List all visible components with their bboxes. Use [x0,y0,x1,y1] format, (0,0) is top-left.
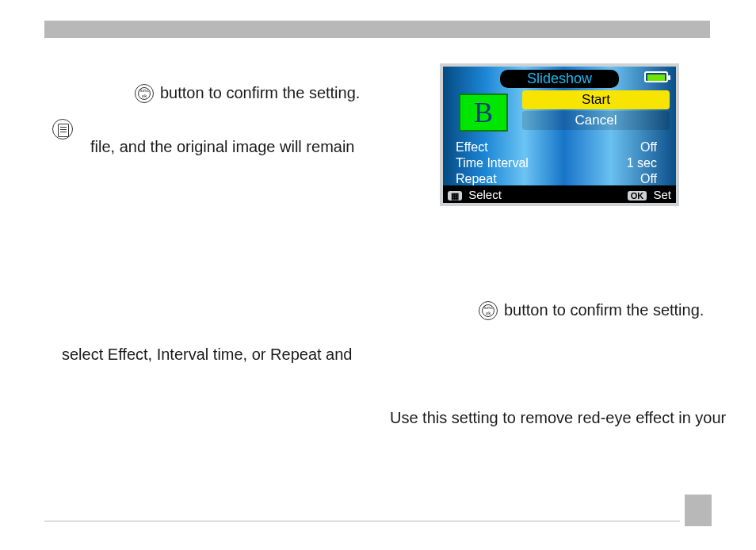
header-bar [44,21,710,38]
instruction-text-2: file, and the original image will remain [90,138,355,156]
func-ok-icon: func ok [135,84,154,103]
camera-title: Slideshow [500,70,619,88]
func-label-top: func [479,305,497,310]
footer-select-icon: ▦ [448,191,462,201]
slideshow-start-option[interactable]: Start [522,90,670,109]
battery-icon [644,71,668,82]
footer-select-text: Select [468,188,502,201]
page-number-block [685,495,712,526]
instruction-text-5: Use this setting to remove red-eye effec… [390,409,726,427]
func-label-bottom: ok [479,311,497,315]
func-ok-icon: func ok [479,301,498,320]
slideshow-setting-row[interactable]: Repeat Off [454,171,660,187]
func-label-bottom: ok [136,94,153,98]
slideshow-cancel-option[interactable]: Cancel [522,111,670,130]
footer-ok-icon: OK [628,191,647,201]
camera-footer: ▦ Select OK Set [443,185,676,203]
instruction-text-4: select Effect, Interval time, or Repeat … [62,346,352,364]
setting-label: Repeat [456,172,497,186]
func-label-top: func [136,88,153,93]
setting-value: 1 sec [627,156,657,170]
setting-label: Effect [456,140,488,155]
camera-lcd-slideshow: Slideshow B Start Cancel Effect Off Time… [440,63,679,206]
instruction-text-1: button to confirm the setting. [160,84,360,102]
thumbnail-b: B [459,94,508,132]
instruction-text-3: button to confirm the setting. [504,301,704,319]
note-icon [52,119,73,139]
slideshow-setting-row[interactable]: Time Interval 1 sec [454,155,660,171]
footer-rule [44,521,680,521]
setting-label: Time Interval [456,156,529,170]
setting-value: Off [640,140,657,155]
footer-set-text: Set [653,188,671,201]
slideshow-setting-row[interactable]: Effect Off [454,139,660,155]
setting-value: Off [640,172,657,186]
